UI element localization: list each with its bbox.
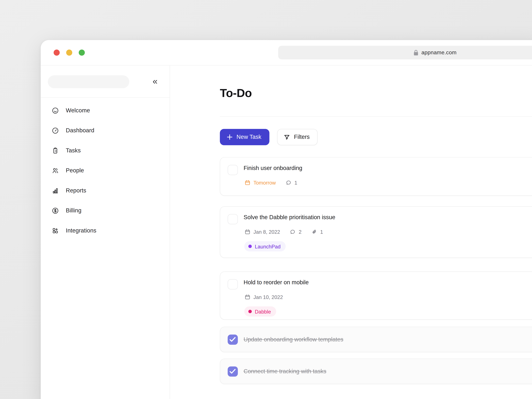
due-date: Jan 8, 2022 [244,228,280,235]
task-title: Connect time tracking with tasks [244,367,326,376]
calendar-icon [244,228,251,235]
sidebar-item-integrations[interactable]: Integrations [41,221,170,241]
filter-funnel-icon [284,134,290,140]
plus-icon [227,134,233,140]
task-title: Update onboarding workflow templates [244,336,343,344]
url-text: appname.com [421,46,457,59]
task-card[interactable]: Solve the Dabble prioritisation issue Ja… [220,206,532,258]
task-checkbox-unchecked[interactable] [228,165,238,175]
due-date: Jan 10, 2022 [244,294,283,300]
check-icon [228,367,237,376]
sidebar-item-label: Reports [66,187,86,194]
task-title: Hold to reorder on mobile [244,279,309,287]
comments-count: 2 [290,228,302,235]
sidebar-item-label: Integrations [66,227,96,234]
zoom-window-button[interactable] [79,50,85,56]
filters-label: Filters [294,134,310,140]
tag-label: LaunchPad [255,243,280,249]
paperclip-icon [311,228,317,235]
attachments-count: 1 [311,228,323,235]
new-task-label: New Task [236,134,261,140]
screen: appname.com « [0,0,532,399]
comments-count: 1 [285,179,297,186]
sidebar-item-label: Tasks [66,147,81,154]
sidebar-item-label: Welcome [66,107,90,114]
toolbar: New Task Filters [220,129,317,145]
browser-titlebar: appname.com [41,40,532,65]
sidebar-item-reports[interactable]: Reports [41,181,170,201]
task-checkbox-checked[interactable] [228,335,238,345]
sidebar-item-label: People [66,167,84,174]
sidebar-item-label: Dashboard [66,127,94,134]
task-checkbox-checked[interactable] [228,367,238,377]
dollar-circle-icon [51,207,59,214]
tag-badge[interactable]: Dabble [244,306,276,317]
page-title: To-Do [220,86,252,100]
sidebar: « Welcome [41,65,170,399]
task-checkbox-unchecked[interactable] [228,214,238,224]
sidebar-item-dashboard[interactable]: Dashboard [41,120,170,140]
check-icon [228,335,237,344]
tag-dot [248,310,252,313]
sidebar-item-welcome[interactable]: Welcome [41,101,170,120]
sidebar-item-billing[interactable]: Billing [41,201,170,220]
collapse-sidebar-button[interactable]: « [149,74,161,89]
people-icon [51,167,59,174]
gauge-icon [51,127,59,134]
lock-icon [413,50,419,56]
main-content: To-Do New Task [170,65,532,399]
minimize-window-button[interactable] [66,50,72,56]
sidebar-item-label: Billing [66,207,82,214]
sidebar-nav: Welcome Dashboard [41,98,170,241]
tag-label: Dabble [255,309,271,314]
logo-placeholder [48,75,129,88]
task-card[interactable]: Finish user onboarding Tomorrow 1 [220,157,532,196]
close-window-button[interactable] [54,50,60,56]
task-meta-row: Jan 10, 2022 [244,293,283,300]
calendar-icon [244,294,251,300]
clipboard-icon [51,147,59,154]
new-task-button[interactable]: New Task [220,129,270,145]
task-meta-row: Tomorrow 1 [244,179,297,186]
sidebar-item-tasks[interactable]: Tasks [41,140,170,160]
bar-chart-icon [51,187,59,194]
tag-badge[interactable]: LaunchPad [244,241,286,251]
task-card[interactable]: Hold to reorder on mobile Jan 10, 2022 D… [220,271,532,320]
calendar-icon [244,179,251,186]
tag-dot [248,245,252,248]
title-divider [220,116,532,117]
task-checkbox-unchecked[interactable] [228,279,238,289]
browser-window: appname.com « [41,40,532,399]
integrations-icon [51,227,59,234]
task-card-completed[interactable]: Update onboarding workflow templates [220,327,532,352]
sidebar-item-people[interactable]: People [41,160,170,180]
task-title: Solve the Dabble prioritisation issue [244,213,335,222]
due-date: Tomorrow [244,179,276,186]
task-meta-row: Jan 8, 2022 2 1 [244,228,323,235]
task-title: Finish user onboarding [244,164,302,172]
comment-icon [285,179,292,186]
filters-button[interactable]: Filters [277,129,317,145]
sidebar-header: « [41,65,170,98]
comment-icon [290,228,296,235]
task-card-completed[interactable]: Connect time tracking with tasks [220,359,532,384]
smiley-icon [51,107,59,114]
address-bar[interactable]: appname.com [278,46,532,59]
window-controls [54,50,85,56]
